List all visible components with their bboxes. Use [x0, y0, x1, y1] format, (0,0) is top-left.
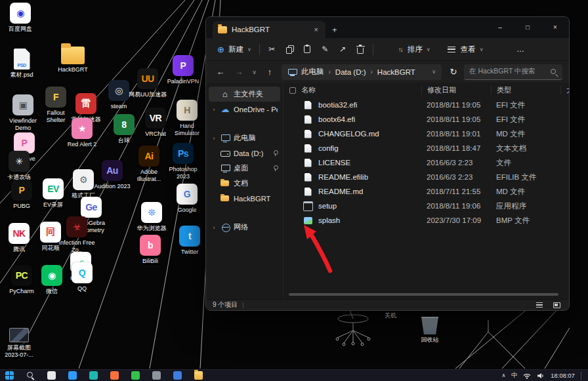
- file-row-README.efilib[interactable]: README.efilib 2016/6/3 2:23 EFILIB 文件: [284, 170, 569, 184]
- desktop-icon-twitter[interactable]: t Twitter: [171, 226, 209, 256]
- ime-indicator[interactable]: 中: [511, 371, 517, 380]
- tab-close-icon[interactable]: ×: [312, 26, 320, 33]
- taskbar-app-app-white[interactable]: [47, 371, 56, 380]
- sidebar-item-home[interactable]: ⌂ 主文件夹: [209, 87, 280, 102]
- desktop-icon-adobe-illustrator[interactable]: Ai Adobe Illustrat...: [130, 146, 168, 183]
- taskbar-app-app-green[interactable]: [131, 371, 140, 380]
- address-dropdown-icon[interactable]: ∨: [432, 69, 436, 75]
- desktop-icon-pubg[interactable]: P PUBG: [3, 180, 41, 210]
- rename-button[interactable]: ✎: [316, 41, 334, 57]
- breadcrumb[interactable]: 此电脑 › Data (D:) › HackBGRT ∨: [282, 64, 442, 80]
- desktop-icon-shutdown[interactable]: 关机: [385, 311, 396, 320]
- file-row-CHANGELOG.md[interactable]: CHANGELOG.md 2018/8/11 19:01 MD 文件: [284, 127, 569, 141]
- clock[interactable]: 18:08:07: [551, 372, 575, 379]
- desktop-icon-red-alert-2[interactable]: ★ Red Alert 2: [63, 118, 101, 148]
- taskbar-app-app-gray[interactable]: [152, 371, 161, 380]
- desktop-icon-image: Q: [72, 262, 93, 283]
- breadcrumb-hackbgrt[interactable]: HackBGRT: [377, 68, 415, 76]
- taskbar-app-app-blue[interactable]: [68, 371, 77, 380]
- share-button[interactable]: ↗: [334, 41, 352, 57]
- new-tab-button[interactable]: +: [332, 25, 337, 35]
- sidebar-item-onedrive[interactable]: › ☁ OneDrive - Person: [209, 102, 280, 117]
- column-header-size[interactable]: 大小: [560, 86, 569, 94]
- file-type: MD 文件: [491, 187, 560, 197]
- desktop-icon-hayday-farm[interactable]: ✳ 卡通农场: [0, 151, 38, 181]
- forward-button[interactable]: →: [231, 64, 247, 80]
- taskbar-app-search[interactable]: [26, 371, 35, 380]
- more-button[interactable]: …: [511, 41, 529, 57]
- column-header-name[interactable]: 名称: [301, 85, 421, 95]
- desktop-icon-screenshot-file[interactable]: 屏幕截图 2023-07-...: [0, 324, 38, 359]
- file-row-bootia32.efi[interactable]: bootia32.efi 2018/8/11 19:05 EFI 文件: [284, 98, 569, 112]
- desktop-icon-huawei-browser[interactable]: ❊ 华为浏览器: [133, 202, 171, 232]
- desktop-icon-psd-file[interactable]: PSD 素材.psd: [3, 49, 41, 79]
- desktop-icon-hackbgrt-folder[interactable]: HackBGRT: [54, 43, 92, 73]
- expand-chevron-icon[interactable]: ›: [211, 106, 217, 113]
- desktop-icon-recycle-bin[interactable]: 回收站: [411, 313, 449, 344]
- desktop-icon-hand-simulator[interactable]: H Hand Simulator: [168, 100, 206, 137]
- search-input[interactable]: 在 HackBGRT 中搜索: [464, 64, 562, 80]
- desktop-icon-audition-2023[interactable]: Au Audition 2023: [93, 160, 131, 190]
- copy-button[interactable]: [281, 41, 299, 57]
- network-icon[interactable]: [523, 372, 531, 379]
- volume-icon[interactable]: [537, 372, 545, 379]
- delete-button[interactable]: [352, 41, 369, 57]
- sidebar-item-network[interactable]: › 网络: [209, 220, 280, 235]
- column-header-type[interactable]: 类型: [491, 86, 560, 94]
- sidebar-item-this-pc[interactable]: › 此电脑: [209, 130, 280, 146]
- cut-button[interactable]: ✂: [263, 41, 281, 57]
- details-view-button[interactable]: [534, 301, 545, 310]
- up-button[interactable]: ↑: [262, 64, 278, 80]
- thumbnail-view-button[interactable]: [551, 301, 562, 310]
- refresh-button[interactable]: ↻: [446, 64, 461, 80]
- expand-chevron-icon[interactable]: ›: [211, 224, 217, 231]
- chevron-down-icon: ∨: [427, 47, 430, 52]
- breadcrumb-this-pc[interactable]: 此电脑: [301, 67, 324, 77]
- desktop-icon-label: VRChat: [145, 130, 166, 138]
- maximize-button[interactable]: □: [514, 17, 541, 37]
- file-row-README.md[interactable]: README.md 2018/7/11 21:55 MD 文件: [284, 184, 569, 199]
- desktop-icon-uu-booster[interactable]: UU 网易UU加速器: [129, 68, 167, 98]
- hidden-icons-chevron[interactable]: ∧: [502, 372, 506, 378]
- close-button[interactable]: ×: [541, 17, 569, 37]
- sort-button[interactable]: ↑↓ 排序 ∨: [394, 41, 435, 58]
- expand-chevron-icon[interactable]: ›: [211, 135, 217, 142]
- taskbar-app-app-teal[interactable]: [89, 371, 98, 380]
- desktop-icon-paladin-vpn[interactable]: P PaladinVPN: [164, 55, 202, 85]
- desktop-icon-bilibili[interactable]: b BiliBili: [131, 235, 169, 265]
- file-row-bootx64.efi[interactable]: bootx64.efi 2018/8/11 19:05 EFI 文件: [284, 112, 569, 127]
- desktop-icon-label: 素材.psd: [10, 71, 33, 79]
- sidebar-item-documents[interactable]: 文档: [209, 176, 280, 191]
- file-row-LICENSE[interactable]: LICENSE 2016/6/3 2:23 文件: [284, 155, 569, 170]
- desktop-icon-qq[interactable]: Q QQ: [63, 262, 101, 292]
- desktop-icon-photoshop-2023[interactable]: Ps Photoshop 2023: [164, 143, 202, 180]
- select-all-checkbox[interactable]: [289, 87, 296, 94]
- new-button[interactable]: ⊕ 新建 ∨: [213, 41, 256, 58]
- paste-button[interactable]: [299, 41, 316, 57]
- sidebar-item-hackbgrt[interactable]: HackBGRT: [209, 191, 280, 206]
- desktop-icon-google[interactable]: G Google: [168, 184, 206, 214]
- taskbar-app-start[interactable]: [5, 371, 14, 380]
- file-row-setup[interactable]: setup 2018/8/11 19:06 应用程序: [284, 199, 569, 213]
- sidebar-item-label: 文档: [234, 178, 248, 188]
- breadcrumb-data-d[interactable]: Data (D:): [335, 68, 366, 76]
- taskbar-app-explorer[interactable]: [194, 371, 203, 380]
- file-row-config[interactable]: config 2018/8/11 18:47 文本文档: [284, 141, 569, 155]
- taskbar-app-edge[interactable]: [173, 371, 182, 380]
- view-button[interactable]: 查看 ∨: [443, 41, 488, 58]
- status-divider: [243, 302, 243, 308]
- minimize-button[interactable]: –: [486, 17, 514, 37]
- taskbar-app-firefox[interactable]: [110, 371, 119, 380]
- sidebar-item-data-d[interactable]: Data (D:): [209, 146, 280, 161]
- horizontal-scrollbar[interactable]: [289, 293, 558, 296]
- share-icon: ↗: [339, 45, 346, 54]
- show-desktop-button[interactable]: [581, 372, 583, 380]
- tab-hackbgrt[interactable]: HackBGRT ×: [213, 21, 326, 38]
- sidebar-item-desktop[interactable]: 桌面: [209, 161, 280, 176]
- desktop-icon-baidu-netdisk[interactable]: ◉ 百度网盘: [1, 3, 39, 33]
- file-row-splash[interactable]: splash 2023/7/30 17:09 BMP 文件: [284, 213, 569, 228]
- recent-locations-button[interactable]: ∨: [249, 64, 259, 80]
- desktop-icon-tonghuashun[interactable]: 同 同花顺: [32, 222, 70, 252]
- back-button[interactable]: ←: [213, 64, 228, 80]
- column-header-date[interactable]: 修改日期: [421, 86, 491, 94]
